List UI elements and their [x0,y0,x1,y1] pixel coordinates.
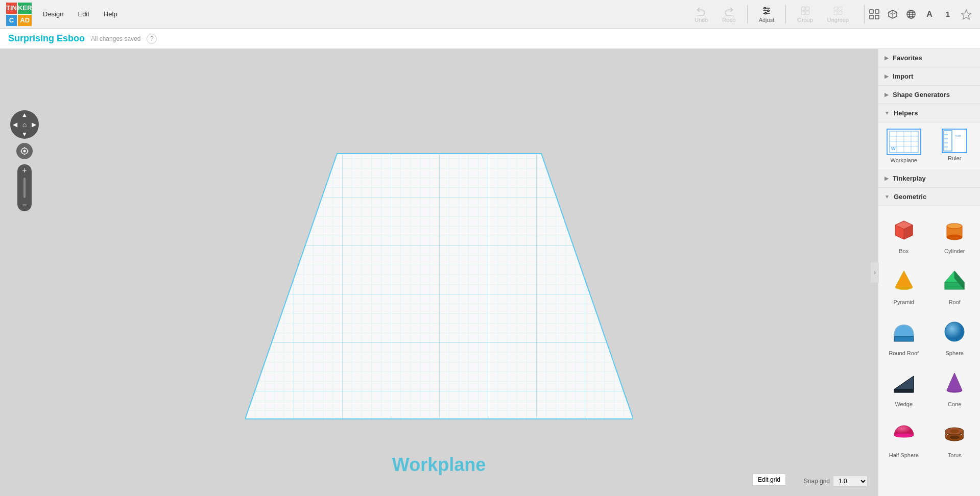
text-size-icon[interactable]: A [922,7,937,22]
svg-marker-63 [894,389,914,392]
canvas-area[interactable]: ▲ ◀ ⌂ ▶ ▼ + [0,49,878,496]
grid-view-icon[interactable] [867,7,882,22]
logo-c: C [6,15,17,26]
helpers-section-header[interactable]: ▼ Helpers [878,104,980,122]
zoom-controls: + − [17,164,32,211]
cylinder-shape[interactable]: Cylinder [931,210,978,257]
shape-generators-arrow: ▶ [885,92,889,97]
wedge-shape[interactable]: Wedge [880,363,927,410]
favorites-section-header[interactable]: ▶ Favorites [878,49,980,67]
svg-rect-11 [839,7,842,10]
torus-shape[interactable]: Torus [931,414,978,461]
roof-thumb [938,264,971,297]
svg-rect-59 [894,336,914,341]
svg-rect-38 [944,131,952,151]
box-label: Box [899,248,909,254]
half-sphere-shape[interactable]: Half Sphere [880,414,927,461]
pan-left[interactable]: ◀ [10,120,20,130]
svg-point-3 [764,7,766,9]
geometric-arrow: ▼ [885,194,890,200]
zoom-in-button[interactable]: + [17,164,32,177]
svg-rect-6 [801,7,805,10]
svg-point-4 [768,10,769,11]
edit-grid-button[interactable]: Edit grid [752,474,786,486]
geometric-section-header[interactable]: ▼ Geometric [878,188,980,206]
svg-point-5 [765,12,767,14]
pyramid-shape[interactable]: Pyramid [880,261,927,308]
favorites-label: Favorites [893,54,922,62]
pan-down[interactable]: ▼ [20,129,30,139]
svg-marker-23 [962,10,971,19]
tinkerplay-arrow: ▶ [885,176,889,181]
workplane-helper-label: Workplane [891,157,917,163]
import-label: Import [893,72,913,80]
ruler-helper[interactable]: mm Ruler [931,127,978,165]
pan-down-left [10,129,20,139]
globe-icon[interactable] [903,7,919,22]
menu: Design Edit Help [36,6,125,22]
ungroup-button[interactable]: Ungroup [822,4,854,25]
main-content: ▲ ◀ ⌂ ▶ ▼ + [0,49,980,496]
star-icon[interactable] [959,7,974,22]
torus-label: Torus [948,452,962,458]
snap-grid-select[interactable]: 0.1 0.5 1.0 2.0 5.0 10.0 [833,476,868,487]
menu-help[interactable]: Help [97,6,125,22]
logo[interactable]: TIN KER C AD [6,3,30,26]
svg-rect-17 [875,15,879,19]
svg-rect-9 [805,11,809,14]
menu-edit[interactable]: Edit [70,6,96,22]
zoom-slider[interactable] [23,178,26,198]
rotate-control[interactable] [16,143,33,159]
sphere-label: Sphere [946,350,964,356]
shape-generators-section-header[interactable]: ▶ Shape Generators [878,86,980,104]
counter-icon[interactable]: 1 [940,7,955,22]
cone-thumb [938,366,971,399]
zoom-out-button[interactable]: − [17,199,32,211]
tinkerplay-section-header[interactable]: ▶ Tinkerplay [878,169,980,188]
round-roof-shape[interactable]: Round Roof [880,312,927,359]
roof-shape[interactable]: Roof [931,261,978,308]
menu-design[interactable]: Design [36,6,70,22]
view-icons: A 1 [867,7,974,22]
sphere-shape[interactable]: Sphere [931,312,978,359]
logo-ker: KER [18,3,32,14]
panel-collapse-button[interactable]: › [871,262,879,283]
svg-point-49 [947,235,962,240]
workplane-helper[interactable]: W Workplane [880,127,927,165]
toolbar-group: Undo Redo Adjust [689,4,854,25]
svg-point-60 [945,322,964,341]
help-button[interactable]: ? [147,34,157,44]
project-name[interactable]: Surprising Esboo [8,33,85,44]
half-sphere-label: Half Sphere [889,452,919,458]
favorites-arrow: ▶ [885,55,889,61]
svg-point-72 [950,436,959,439]
3d-view-icon[interactable] [885,7,900,22]
topbar: TIN KER C AD Design Edit Help Undo Redo [0,0,980,29]
tinkerplay-label: Tinkerplay [893,175,926,182]
undo-button[interactable]: Undo [689,4,713,25]
pan-up[interactable]: ▲ [20,110,30,120]
adjust-button[interactable]: Adjust [754,4,780,25]
svg-rect-8 [801,11,805,14]
pan-up-right [29,110,39,120]
svg-rect-15 [875,10,879,13]
import-section-header[interactable]: ▶ Import [878,67,980,86]
box-shape[interactable]: Box [880,210,927,257]
pan-up-left [10,110,20,120]
right-panel: ▶ Favorites ▶ Import ▶ Shape Generators … [878,49,980,496]
pan-down-right [29,129,39,139]
round-roof-thumb [888,315,920,348]
redo-button[interactable]: Redo [717,4,740,25]
group-button[interactable]: Group [792,4,818,25]
sphere-thumb [938,315,971,348]
pan-right[interactable]: ▶ [29,120,39,130]
half-sphere-thumb [888,417,920,450]
cone-shape[interactable]: Cone [931,363,978,410]
round-roof-label: Round Roof [889,350,919,356]
home-icon[interactable]: ⌂ [20,120,30,130]
workplane-label: Workplane [392,454,486,476]
cylinder-thumb [938,213,971,246]
helpers-arrow: ▼ [885,110,890,116]
pan-control[interactable]: ▲ ◀ ⌂ ▶ ▼ [10,110,39,139]
workplane-thumb: W [887,129,921,155]
